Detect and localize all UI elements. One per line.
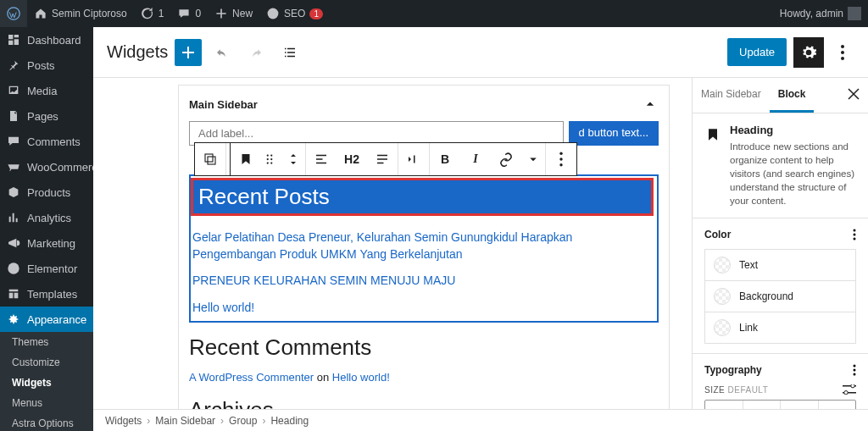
insert-before-button[interactable] (398, 143, 429, 175)
size-xl[interactable]: XL (819, 401, 856, 409)
block-more-button[interactable] (546, 143, 576, 175)
submenu-widgets[interactable]: Widgets (0, 373, 93, 393)
recent-comments-heading: Recent Comments (189, 323, 659, 369)
more-rich-text-button[interactable] (521, 143, 545, 175)
woo-icon (7, 160, 20, 174)
crumb-widgets[interactable]: Widgets (105, 415, 142, 427)
more-options-button[interactable] (831, 37, 854, 68)
editor-topbar: Widgets Update (93, 27, 868, 78)
svg-point-3 (841, 45, 844, 48)
menu-item-media[interactable]: Media (0, 78, 93, 103)
close-inspector-button[interactable] (839, 78, 868, 113)
editor-canvas-scroll[interactable]: Main Sidebar Add label... d button text.… (93, 78, 692, 409)
seo-link[interactable]: SEO1 (259, 0, 330, 27)
typo-more-icon[interactable] (853, 364, 856, 376)
block-type-title: Heading (730, 124, 856, 136)
site-link[interactable]: Semin Ciptoroso (27, 0, 134, 27)
plus-icon (214, 7, 228, 20)
bold-button[interactable]: B (430, 143, 460, 175)
menu-item-appearance[interactable]: Appearance (0, 307, 93, 332)
menu-item-comments[interactable]: Comments (0, 129, 93, 154)
svg-point-22 (854, 373, 856, 376)
post-link[interactable]: PRENEUR KELURAHAN SEMIN MENUJU MAJU (191, 268, 657, 295)
heading-block-icon[interactable] (234, 143, 258, 175)
list-view-button[interactable] (276, 39, 303, 66)
appearance-icon (7, 312, 20, 326)
add-block-button[interactable] (175, 39, 202, 66)
refresh-icon (141, 7, 154, 20)
svg-point-9 (270, 154, 272, 156)
wp-logo[interactable] (0, 0, 27, 27)
button-text-input[interactable]: d button text... (569, 121, 659, 146)
italic-button[interactable]: I (460, 143, 491, 175)
svg-rect-6 (205, 154, 213, 162)
crumb-group[interactable]: Group (229, 415, 257, 427)
comments-link[interactable]: 0 (170, 0, 208, 27)
group-block[interactable]: Recent Posts Gelar Pelatihan Desa Preneu… (189, 174, 659, 323)
size-l[interactable]: L (781, 401, 819, 409)
color-row-text[interactable]: Text (704, 249, 856, 281)
widget-area-header[interactable]: Main Sidebar (189, 96, 659, 121)
settings-button[interactable] (793, 37, 824, 68)
redo-button[interactable] (242, 39, 270, 66)
color-row-background[interactable]: Background (704, 280, 856, 312)
group-block-button[interactable] (195, 143, 225, 175)
menu-item-templates[interactable]: Templates (0, 281, 93, 307)
comment-post-link[interactable]: Hello world! (332, 371, 390, 384)
menu-item-elementor[interactable]: Elementor (0, 256, 93, 281)
submenu-customize[interactable]: Customize (0, 352, 93, 373)
svg-point-15 (559, 157, 562, 160)
update-button[interactable]: Update (727, 38, 787, 66)
svg-point-18 (854, 234, 856, 236)
menu-item-pages[interactable]: Pages (0, 103, 93, 129)
color-section-title: Color (704, 229, 731, 240)
svg-point-0 (8, 8, 19, 19)
tab-block[interactable]: Block (770, 78, 815, 113)
menu-item-marketing[interactable]: Marketing (0, 230, 93, 256)
color-row-link[interactable]: Link (704, 312, 856, 344)
menu-item-woocommerce[interactable]: WooCommerce (0, 154, 93, 180)
settings-sliders-icon[interactable] (843, 384, 856, 395)
size-s[interactable]: S (705, 401, 743, 409)
dashboard-icon (7, 33, 20, 47)
heading-icon (704, 126, 721, 143)
color-swatch (714, 257, 731, 274)
submenu-astra-options[interactable]: Astra Options (0, 413, 93, 431)
menu-item-dashboard[interactable]: Dashboard (0, 27, 93, 52)
submenu-themes[interactable]: Themes (0, 332, 93, 352)
undo-button[interactable] (209, 39, 236, 66)
align-button[interactable] (306, 143, 337, 175)
text-align-button[interactable] (367, 143, 398, 175)
menu-item-products[interactable]: Products (0, 180, 93, 205)
post-link[interactable]: Gelar Pelatihan Desa Preneur, Kelurahan … (191, 224, 657, 268)
drag-handle[interactable] (258, 143, 281, 175)
svg-point-26 (844, 391, 848, 395)
chevron-up-icon (642, 96, 659, 113)
size-m[interactable]: M (743, 401, 782, 409)
svg-point-24 (851, 384, 854, 388)
post-link[interactable]: Hello world! (191, 295, 657, 322)
heading-level-button[interactable]: H2 (337, 143, 367, 175)
comments-icon (7, 135, 20, 148)
new-link[interactable]: New (208, 0, 259, 27)
move-up-down[interactable] (281, 143, 305, 175)
block-type-desc: Introduce new sections and organize cont… (730, 140, 856, 207)
menu-item-analytics[interactable]: Analytics (0, 205, 93, 230)
archives-heading: Archives (189, 385, 659, 409)
submenu-menus[interactable]: Menus (0, 393, 93, 413)
menu-item-posts[interactable]: Posts (0, 52, 93, 78)
heading-block[interactable]: Recent Posts (191, 178, 654, 216)
svg-point-20 (854, 365, 856, 367)
crumb-main-sidebar[interactable]: Main Sidebar (155, 415, 215, 427)
color-more-icon[interactable] (853, 229, 856, 240)
templates-icon (7, 287, 20, 301)
howdy-link[interactable]: Howdy, admin (773, 0, 868, 27)
comment-author-link[interactable]: A WordPress Commenter (189, 371, 314, 384)
updates-link[interactable]: 1 (134, 0, 171, 27)
widget-area-main-sidebar[interactable]: Main Sidebar Add label... d button text.… (178, 85, 670, 409)
tab-main-sidebar[interactable]: Main Sidebar (693, 78, 770, 113)
media-icon (7, 84, 20, 97)
crumb-heading[interactable]: Heading (270, 415, 309, 427)
products-icon (7, 185, 20, 199)
link-button[interactable] (491, 143, 521, 175)
